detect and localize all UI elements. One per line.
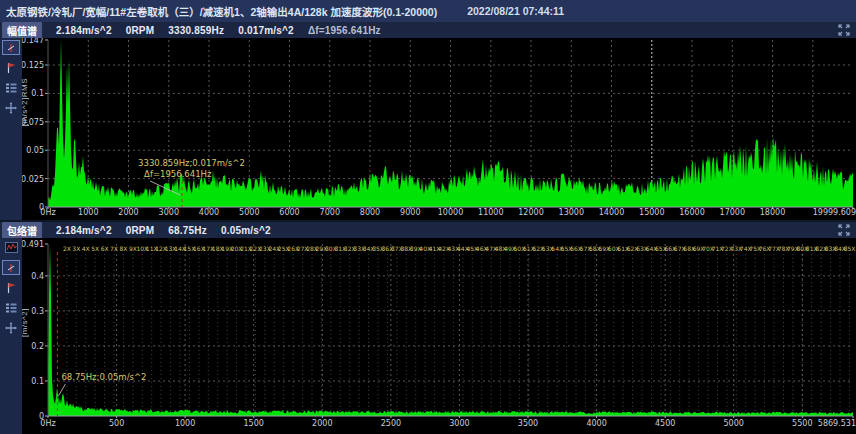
expand-button[interactable] (836, 23, 852, 37)
svg-text:7X: 7X (110, 245, 118, 252)
svg-text:18000: 18000 (760, 208, 785, 217)
svg-text:0.1: 0.1 (31, 89, 44, 98)
flag-marker-button[interactable] (2, 280, 20, 295)
band-list-button[interactable] (2, 80, 20, 95)
svg-text:16000: 16000 (679, 208, 704, 217)
svg-text:5X: 5X (91, 245, 99, 252)
cursor-tool-button[interactable] (2, 40, 20, 55)
expand-icon (838, 24, 850, 36)
svg-text:5000: 5000 (724, 419, 744, 428)
cursor-tool-button[interactable] (2, 260, 20, 275)
speed-value: 0RPM (126, 225, 155, 236)
svg-text:3X: 3X (72, 245, 80, 252)
svg-text:12000: 12000 (518, 208, 543, 217)
svg-text:0.3: 0.3 (31, 307, 44, 316)
svg-text:2000: 2000 (118, 208, 138, 217)
svg-text:1000: 1000 (175, 419, 195, 428)
svg-text:6X: 6X (101, 245, 109, 252)
pan-move-button[interactable] (2, 320, 20, 335)
svg-text:4500: 4500 (655, 419, 675, 428)
svg-text:5869.531: 5869.531 (818, 419, 856, 428)
svg-text:8000: 8000 (360, 208, 380, 217)
svg-text:9000: 9000 (400, 208, 420, 217)
svg-text:2500: 2500 (381, 419, 401, 428)
speed-value: 0RPM (126, 25, 155, 36)
svg-text:3000: 3000 (449, 419, 469, 428)
svg-text:0.125: 0.125 (21, 61, 44, 70)
flag-icon (6, 282, 17, 294)
svg-text:2000: 2000 (312, 419, 332, 428)
svg-text:0.2: 0.2 (31, 342, 44, 351)
cursor-frequency-value: 68.75Hz (168, 225, 207, 236)
svg-text:17000: 17000 (720, 208, 745, 217)
svg-text:3330.859Hz;0.017m/s^2: 3330.859Hz;0.017m/s^2 (138, 158, 245, 168)
svg-text:85X: 85X (844, 245, 856, 252)
expand-icon (838, 224, 850, 236)
svg-text:19999.609: 19999.609 (813, 208, 856, 217)
svg-text:4000: 4000 (586, 419, 606, 428)
panel-tag-amplitude[interactable]: 幅值谱 (2, 22, 42, 39)
timestamp: 2022/08/21 07:44:11 (467, 5, 564, 17)
band-list-icon (6, 83, 17, 93)
waveform-view-button[interactable] (2, 240, 20, 255)
amplitude-spectrum-svg: 0.1470.1250.10.0750.050.02500Hz100020003… (0, 38, 856, 220)
svg-text:4000: 4000 (199, 208, 219, 217)
envelope-spectrum-header: 包络谱 2.184m/s^2 0RPM 68.75Hz 0.05m/s^2 (0, 222, 856, 238)
overall-rms-value: 2.184m/s^2 (56, 25, 112, 36)
waveform-view-icon (5, 242, 18, 253)
cursor-tool-icon (6, 263, 16, 273)
svg-text:5500: 5500 (792, 419, 812, 428)
svg-text:1000: 1000 (78, 208, 98, 217)
amplitude-spectrum-panel: 幅值谱 2.184m/s^2 0RPM 3330.859Hz 0.017m/s^… (0, 22, 856, 220)
overall-rms-value: 2.184m/s^2 (56, 225, 112, 236)
envelope-spectrum-panel: 包络谱 2.184m/s^2 0RPM 68.75Hz 0.05m/s^2 0.… (0, 222, 856, 434)
svg-text:13000: 13000 (559, 208, 584, 217)
svg-text:10000: 10000 (438, 208, 463, 217)
expand-button[interactable] (836, 223, 852, 237)
pan-move-icon (5, 102, 17, 114)
svg-text:1500: 1500 (244, 419, 264, 428)
panel-tag-envelope[interactable]: 包络谱 (2, 222, 42, 239)
flag-icon (6, 62, 17, 74)
svg-text:15000: 15000 (639, 208, 664, 217)
delta-f-value: Δf=1956.641Hz (308, 25, 381, 36)
svg-text:0.1: 0.1 (31, 377, 44, 386)
amplitude-spectrum-header: 幅值谱 2.184m/s^2 0RPM 3330.859Hz 0.017m/s^… (0, 22, 856, 38)
svg-text:14000: 14000 (599, 208, 624, 217)
svg-text:2X: 2X (63, 245, 71, 252)
svg-text:8X: 8X (119, 245, 127, 252)
svg-text:7000: 7000 (320, 208, 340, 217)
band-list-button[interactable] (2, 300, 20, 315)
svg-text:0Hz: 0Hz (40, 419, 55, 428)
pan-move-button[interactable] (2, 100, 20, 115)
cursor-tool-icon (6, 43, 16, 53)
svg-text:0.491: 0.491 (21, 240, 44, 249)
svg-text:Δf=1956.641Hz: Δf=1956.641Hz (144, 169, 212, 179)
svg-text:11000: 11000 (478, 208, 503, 217)
svg-text:0.4: 0.4 (31, 272, 44, 281)
svg-text:6000: 6000 (279, 208, 299, 217)
breadcrumb-path: 太原钢铁/冷轧厂/宽幅/11#左卷取机（三）/减速机1、2轴输出4A/128k … (6, 4, 437, 19)
svg-text:0.05: 0.05 (26, 146, 44, 155)
chart-toolbar (0, 38, 22, 220)
vibration-analysis-app: 太原钢铁/冷轧厂/宽幅/11#左卷取机（三）/减速机1、2轴输出4A/128k … (0, 0, 856, 434)
svg-text:3000: 3000 (159, 208, 179, 217)
svg-text:500: 500 (109, 419, 124, 428)
svg-text:0.147: 0.147 (21, 38, 44, 45)
cursor-frequency-value: 3330.859Hz (168, 25, 224, 36)
svg-text:68.75Hz;0.05m/s^2: 68.75Hz;0.05m/s^2 (61, 372, 146, 382)
title-bar: 太原钢铁/冷轧厂/宽幅/11#左卷取机（三）/减速机1、2轴输出4A/128k … (0, 0, 856, 22)
flag-marker-button[interactable] (2, 60, 20, 75)
pan-move-icon (5, 322, 17, 334)
envelope-spectrum-chart[interactable]: 0.4910.40.30.20.102X3X4X5X6X7X8X9X10X11X… (0, 238, 856, 434)
chart-toolbar (0, 238, 22, 434)
cursor-amplitude-value: 0.017m/s^2 (238, 25, 294, 36)
amplitude-spectrum-chart[interactable]: 0.1470.1250.10.0750.050.02500Hz100020003… (0, 38, 856, 224)
svg-text:5000: 5000 (239, 208, 259, 217)
svg-text:0.025: 0.025 (21, 175, 44, 184)
cursor-amplitude-value: 0.05m/s^2 (221, 225, 271, 236)
band-list-icon (6, 303, 17, 313)
svg-text:4X: 4X (82, 245, 90, 252)
svg-text:0Hz: 0Hz (40, 208, 55, 217)
envelope-spectrum-svg: 0.4910.40.30.20.102X3X4X5X6X7X8X9X10X11X… (0, 238, 856, 434)
